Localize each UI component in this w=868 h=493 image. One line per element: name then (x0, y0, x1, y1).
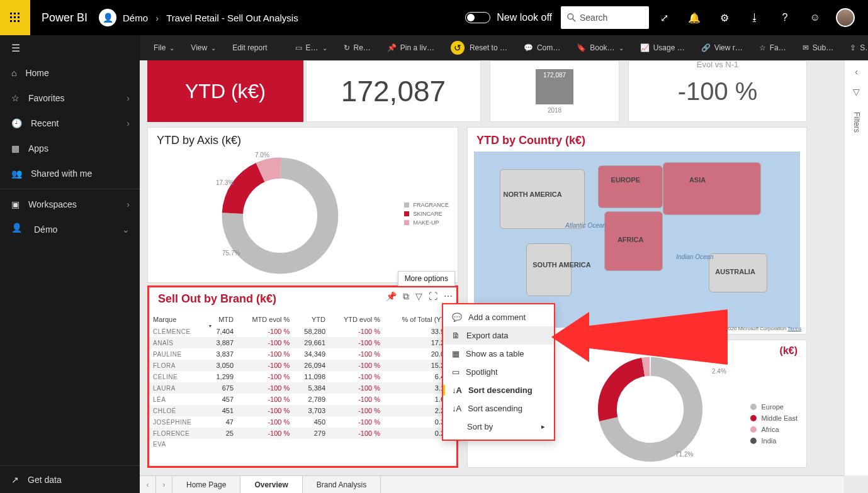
reset-button[interactable]: ↺Reset to … (446, 38, 512, 57)
download-icon[interactable]: ⭳ (740, 0, 770, 35)
report-action-bar: File⌄ View⌄ Edit report ▭E…⌄ ↻Re… 📌Pin a… (140, 35, 868, 60)
filters-pane[interactable]: ‹ ▽ Filters (844, 60, 868, 475)
profile-avatar[interactable] (830, 0, 860, 35)
axis-label-1: 75.7% (222, 250, 240, 257)
left-nav: ☰ ⌂Home ☆Favorites› 🕘Recent› ▦Apps 👥Shar… (0, 35, 140, 493)
map-terms-link[interactable]: Terms (787, 326, 801, 331)
tab-overview[interactable]: Overview (240, 476, 302, 493)
kpi-ytd-value[interactable]: 172,087 (306, 60, 481, 122)
table-row[interactable]: FLORA3,050-100 %26,094-100 %15.2 % (149, 360, 456, 371)
comment-icon: 💬 (452, 313, 462, 322)
tab-home-page[interactable]: Home Page (172, 476, 240, 493)
notifications-icon[interactable]: 🔔 (679, 0, 709, 35)
table-row[interactable]: JOSÉPHINE47-100 %450-100 %0.3 % (149, 416, 456, 428)
ctx-spotlight[interactable]: ▭Spotlight (443, 363, 554, 381)
comment-button[interactable]: 💬Com… (519, 41, 565, 55)
tab-brand-analysis[interactable]: Brand Analysis (303, 476, 381, 493)
app-launcher-icon[interactable] (0, 0, 30, 35)
kpi-ytd-label[interactable]: YTD (k€) (147, 60, 303, 122)
copy-visual-icon[interactable]: ⧉ (403, 291, 409, 302)
table-row[interactable]: LÉA457-100 %2,789-100 %1.6 % (149, 394, 456, 405)
table-row[interactable]: ANAÏS3,887-100 %29,661-100 %17.2 % (149, 337, 456, 348)
table-row[interactable]: LAURA675-100 %5,384-100 %3.1 % (149, 382, 456, 394)
more-options-icon[interactable]: ⋯ (444, 291, 453, 302)
table-row[interactable]: CÉLINE1,299-100 %11,098-100 %6.4 % (149, 371, 456, 382)
tabs-next-icon[interactable]: › (156, 476, 172, 493)
nav-shared[interactable]: 👥Shared with me (0, 161, 140, 186)
col-marque[interactable]: Marque (149, 313, 206, 326)
nav-get-data[interactable]: ↗Get data (0, 465, 140, 493)
table-row[interactable]: CHLOÉ451-100 %3,703-100 %2.2 % (149, 405, 456, 416)
share-button[interactable]: ⇪S… (845, 41, 868, 55)
ctx-show-table[interactable]: ▦Show as a table (443, 345, 554, 363)
bookmark-button[interactable]: 🔖Book…⌄ (572, 41, 628, 55)
world-map[interactable]: NORTH AMERICA EUROPE ASIA AFRICA SOUTH A… (474, 152, 800, 328)
feedback-smile-icon[interactable]: ☺ (800, 0, 830, 35)
brand-table[interactable]: Marque MTD MTD evol % YTD YTD evol % % o… (149, 313, 456, 450)
more-options-tooltip: More options (398, 271, 455, 286)
col-mtd[interactable]: MTD (206, 313, 237, 326)
workspaces-icon: ▣ (11, 199, 20, 209)
chevron-left-icon[interactable]: ‹ (855, 67, 858, 77)
nav-recent[interactable]: 🕘Recent› (0, 111, 140, 136)
pin-visual-icon[interactable]: 📌 (386, 291, 397, 302)
nav-favorites[interactable]: ☆Favorites› (0, 86, 140, 111)
settings-gear-icon[interactable]: ⚙ (709, 0, 740, 35)
nav-current-workspace[interactable]: 👤Démo⌄ (0, 217, 140, 242)
table-row[interactable]: EVA (149, 439, 456, 450)
home-icon: ⌂ (11, 68, 16, 78)
tabs-prev-icon[interactable]: ‹ (140, 476, 156, 493)
visual-ytd-by-axis[interactable]: YTD by Axis (k€) 75.7% 17.3% 7.0% FRAGRA… (147, 127, 458, 283)
filter-visual-icon[interactable]: ▽ (415, 291, 422, 302)
breadcrumb-report[interactable]: Travel Retail - Sell Out Analysis (166, 13, 298, 23)
ctx-sort-asc[interactable]: ↓ASort ascending (443, 399, 554, 418)
visual-title: YTD by Axis (k€) (148, 128, 458, 153)
pin-icon: 📌 (387, 43, 397, 52)
breadcrumb-workspace[interactable]: Démo (123, 13, 148, 23)
filter-icon: ▽ (853, 87, 860, 97)
table-row[interactable]: PAULINE3,837-100 %34,349-100 %20.0 % (149, 348, 456, 360)
help-icon[interactable]: ? (770, 0, 800, 35)
visual-context-menu: 💬Add a comment 🗎Export data ▦Show as a t… (442, 303, 555, 441)
ctx-sort-by[interactable]: Sort by▸ (443, 418, 554, 436)
kpi-year-bar[interactable]: 172,087 2018 (490, 60, 619, 122)
nav-apps[interactable]: ▦Apps (0, 136, 140, 161)
table-row[interactable]: CLÉMENCE7,404-100 %58,280-100 %33.9 % (149, 326, 456, 337)
favorite-button[interactable]: ☆Fa… (754, 41, 791, 55)
new-look-toggle[interactable] (465, 12, 490, 23)
star-icon: ☆ (11, 93, 20, 103)
nav-collapse-icon[interactable]: ☰ (0, 35, 140, 60)
subscribe-button[interactable]: ✉Sub… (798, 41, 838, 55)
sort-asc-icon: ↓A (452, 404, 461, 413)
visual-sellout-by-brand[interactable]: More options Sell Out by Brand (k€) 📌 ⧉ … (147, 285, 458, 468)
file-menu[interactable]: File⌄ (149, 41, 179, 55)
usage-button[interactable]: 📈Usage … (635, 41, 690, 55)
view-related-button[interactable]: 🔗View r… (696, 41, 748, 55)
focus-visual-icon[interactable]: ⛶ (429, 291, 437, 302)
pin-live-button[interactable]: 📌Pin a liv… (382, 41, 439, 55)
nav-home[interactable]: ⌂Home (0, 60, 140, 86)
edit-report-button[interactable]: Edit report (227, 41, 272, 55)
search-input[interactable]: Search (561, 6, 649, 29)
region-legend: Europe Middle East Africa India (750, 403, 798, 448)
svg-point-9 (568, 14, 573, 19)
kpi-evol[interactable]: Evol vs N-1 -100 % (628, 60, 807, 122)
view-menu[interactable]: View⌄ (186, 41, 221, 55)
axis-label-2: 17.3% (216, 179, 234, 186)
ctx-export-data[interactable]: 🗎Export data (443, 326, 554, 345)
ctx-add-comment[interactable]: 💬Add a comment (443, 308, 554, 326)
nav-workspaces[interactable]: ▣Workspaces› (0, 192, 140, 217)
ctx-sort-desc[interactable]: ↓АSort descending (443, 381, 554, 399)
refresh-button[interactable]: ↻Re… (339, 41, 376, 55)
explore-button[interactable]: ▭E…⌄ (290, 41, 332, 55)
table-row[interactable]: FLORENCE25-100 %279-100 %0.2 % (149, 428, 456, 439)
svg-rect-8 (18, 20, 20, 22)
svg-rect-2 (18, 13, 20, 14)
workspace-icon[interactable]: 👤 (99, 9, 116, 26)
fullscreen-icon[interactable]: ⤢ (649, 0, 679, 35)
bookmark-icon: 🔖 (577, 43, 586, 52)
col-mtd-evol[interactable]: MTD evol % (237, 313, 293, 326)
breadcrumb: Démo › Travel Retail - Sell Out Analysis (123, 13, 298, 23)
col-ytd[interactable]: YTD (293, 313, 329, 326)
col-ytd-evol[interactable]: YTD evol % (329, 313, 384, 326)
